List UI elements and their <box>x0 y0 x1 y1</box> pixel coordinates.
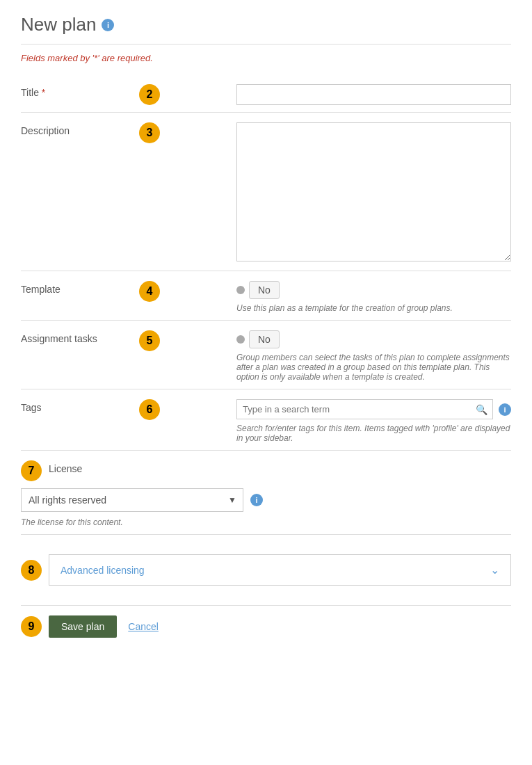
template-left: Template 4 <box>21 281 236 302</box>
tags-hint: Search for/enter tags for this item. Ite… <box>236 424 511 443</box>
step-badge-description: 3 <box>139 122 160 143</box>
advanced-licensing-label: Advanced licensing <box>61 565 145 576</box>
required-note: Fields marked by '*' are required. <box>21 53 511 63</box>
title-field-area <box>236 84 511 105</box>
advanced-licensing-row: 8 Advanced licensing ⌄ <box>21 534 511 605</box>
tags-input-wrapper: 🔍 <box>236 399 493 419</box>
license-select[interactable]: All rights reserved <box>21 488 243 512</box>
page-title: New plan <box>21 14 96 35</box>
description-field-area <box>236 122 511 264</box>
save-button[interactable]: Save plan <box>49 615 117 638</box>
step-badge-assignment: 5 <box>139 330 160 351</box>
license-select-wrapper: All rights reserved ▼ <box>21 488 243 512</box>
description-row: Description 3 <box>21 112 511 271</box>
title-required-star: * <box>42 87 45 98</box>
step-badge-license: 7 <box>21 460 42 481</box>
header-divider <box>21 44 511 45</box>
description-left: Description 3 <box>21 122 236 143</box>
assignment-left: Assignment tasks 5 <box>21 330 236 351</box>
cancel-button[interactable]: Cancel <box>128 621 159 632</box>
step-badge-advanced: 8 <box>21 560 42 581</box>
description-label: Description <box>21 122 139 136</box>
template-field-area: No Use this plan as a template for the c… <box>236 281 511 313</box>
page-container: New plan i Fields marked by '*' are requ… <box>0 0 532 675</box>
license-full-width: 7 License All rights reserved ▼ i The li… <box>21 460 511 527</box>
license-controls-row: All rights reserved ▼ i <box>21 488 511 512</box>
assignment-toggle-dot <box>236 335 245 344</box>
assignment-toggle-container: No <box>236 330 511 348</box>
tags-label: Tags <box>21 399 139 413</box>
title-left: Title * 2 <box>21 84 236 105</box>
tags-row: Tags 6 🔍 i Search for/enter tags for thi… <box>21 389 511 450</box>
tags-input-row: 🔍 i <box>236 399 511 419</box>
description-input[interactable] <box>236 122 511 261</box>
page-info-icon[interactable]: i <box>102 19 114 31</box>
template-toggle-label[interactable]: No <box>249 281 280 299</box>
title-input[interactable] <box>236 84 511 105</box>
assignment-field-area: No Group members can select the tasks of… <box>236 330 511 382</box>
page-header: New plan i <box>21 14 511 35</box>
license-header-row: 7 License <box>21 460 511 481</box>
tags-search-input[interactable] <box>236 399 493 419</box>
title-label: Title * <box>21 84 139 98</box>
assignment-row: Assignment tasks 5 No Group members can … <box>21 320 511 389</box>
template-toggle-dot <box>236 286 245 294</box>
assignment-label: Assignment tasks <box>21 330 139 344</box>
title-row: Title * 2 <box>21 74 511 112</box>
tags-left: Tags 6 <box>21 399 236 420</box>
step-badge-template: 4 <box>139 281 160 302</box>
actions-row: 9 Save plan Cancel <box>21 605 511 647</box>
step-badge-title: 2 <box>139 84 160 105</box>
template-toggle-container: No <box>236 281 511 299</box>
advanced-chevron-icon: ⌄ <box>490 563 499 577</box>
step-badge-actions: 9 <box>21 616 42 637</box>
license-hint: The license for this content. <box>21 517 511 527</box>
assignment-toggle-label[interactable]: No <box>249 330 280 348</box>
license-label: License <box>49 460 82 474</box>
advanced-licensing-toggle[interactable]: Advanced licensing ⌄ <box>49 554 511 586</box>
tags-field-area: 🔍 i Search for/enter tags for this item.… <box>236 399 511 443</box>
actions-buttons: Save plan Cancel <box>49 615 159 638</box>
license-row: 7 License All rights reserved ▼ i The li… <box>21 450 511 534</box>
search-icon: 🔍 <box>476 404 487 415</box>
template-label: Template <box>21 281 139 295</box>
template-hint: Use this plan as a template for the crea… <box>236 303 511 313</box>
license-info-icon[interactable]: i <box>250 494 263 506</box>
template-row: Template 4 No Use this plan as a templat… <box>21 271 511 320</box>
assignment-hint: Group members can select the tasks of th… <box>236 353 511 382</box>
tags-info-icon[interactable]: i <box>499 403 511 416</box>
step-badge-tags: 6 <box>139 399 160 420</box>
